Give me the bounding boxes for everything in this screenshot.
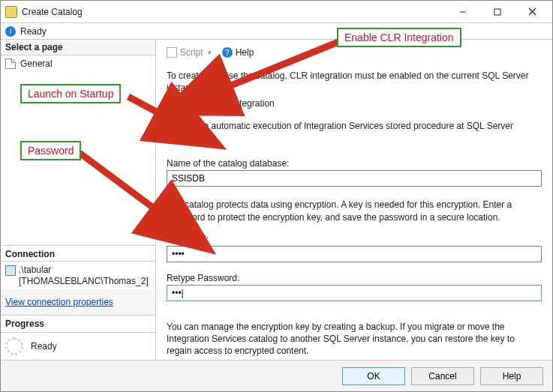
db-name-input[interactable] [167, 170, 542, 187]
enable-clr-row: ✓ Enable CLR Integration [167, 98, 542, 109]
connection-info: .\tabular [THOMASLEBLANC\Thomas_2] [1, 262, 155, 289]
enable-auto-exec-checkbox[interactable] [167, 127, 176, 136]
progress-text: Ready [31, 341, 57, 352]
retype-password-label: Retype Password: [167, 273, 542, 283]
content-area: Select a page General Connection .\tabul… [1, 40, 552, 360]
progress-header: Progress [1, 315, 155, 333]
toolbar: Script ▾ ? Help [167, 46, 542, 65]
enable-clr-label: Enable CLR Integration [181, 98, 275, 109]
main-panel: Script ▾ ? Help To create and use the ca… [156, 40, 552, 360]
help-label: Help [236, 47, 254, 58]
password-label: Password: [167, 234, 542, 244]
window-title: Create Catalog [22, 7, 446, 17]
script-button[interactable]: Script ▾ [167, 47, 212, 58]
intro-text: To create and use the catalog, CLR integ… [167, 70, 542, 94]
maximize-button[interactable] [480, 1, 515, 22]
page-icon [5, 58, 16, 69]
progress-body: Ready [1, 333, 155, 360]
script-icon [167, 47, 177, 58]
title-bar: Create Catalog [1, 1, 552, 23]
sidebar-item-label: General [20, 58, 53, 69]
server-icon [5, 265, 16, 276]
script-label: Script [180, 47, 203, 58]
ok-button[interactable]: OK [342, 367, 405, 385]
connection-header: Connection [1, 245, 155, 262]
connection-server: .\tabular [19, 265, 51, 275]
view-connection-properties-link[interactable]: View connection properties [5, 297, 151, 307]
db-name-label: Name of the catalog database: [167, 158, 542, 169]
select-page-header: Select a page [1, 40, 155, 55]
sidebar-item-general[interactable]: General [4, 57, 152, 70]
help-dialog-button[interactable]: Help [480, 367, 543, 385]
enable-clr-checkbox[interactable]: ✓ [167, 99, 176, 109]
help-icon: ? [222, 47, 233, 58]
dialog-button-bar: OK Cancel Help [1, 360, 552, 391]
enable-auto-exec-row: Enable automatic execution of Integratio… [167, 121, 542, 142]
spinner-icon [5, 337, 23, 355]
help-button[interactable]: ? Help [222, 47, 254, 58]
password-input[interactable] [167, 246, 542, 262]
svg-rect-1 [494, 9, 500, 15]
sidebar: Select a page General Connection .\tabul… [1, 40, 156, 360]
connection-user: [THOMASLEBLANC\Thomas_2] [5, 276, 151, 286]
password-intro: The catalog protects data using encrypti… [167, 199, 542, 223]
minimize-button[interactable] [446, 1, 480, 22]
close-button[interactable] [515, 1, 549, 22]
cancel-button[interactable]: Cancel [411, 367, 474, 385]
dialog-window: Create Catalog i Ready Select a page Gen… [0, 0, 553, 392]
status-text: Ready [20, 26, 47, 37]
enable-auto-exec-label: Enable automatic execution of Integratio… [181, 121, 542, 142]
app-icon [5, 6, 17, 18]
chevron-down-icon: ▾ [208, 49, 212, 56]
footer-text: You can manage the encryption key by cre… [167, 321, 542, 358]
retype-password-input[interactable] [167, 285, 542, 301]
status-bar: i Ready [1, 23, 552, 40]
page-list: General [1, 55, 155, 245]
info-icon: i [5, 26, 16, 37]
